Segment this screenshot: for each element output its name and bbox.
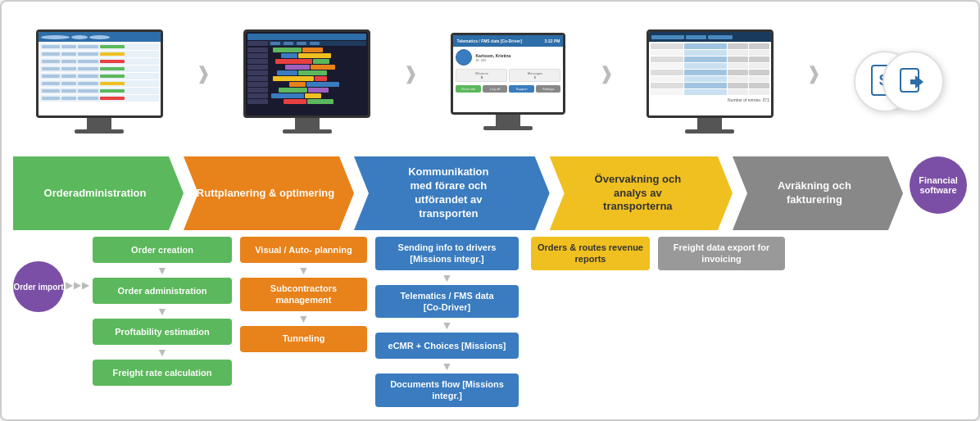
- arrow-label-yellow: Övervakning ochanalys avtransporterna: [595, 173, 681, 215]
- flow-label-profitability: Proftability estimation: [115, 326, 210, 337]
- screen-3: Telematics / FMS data [Co-Driver] 3:22 P…: [451, 33, 565, 130]
- report-row: [651, 63, 769, 69]
- flow-label-orders-routes: Orders & routes revenue reports: [538, 242, 643, 265]
- codriver-screen: Telematics / FMS data [Co-Driver] 3:22 P…: [453, 35, 563, 112]
- flow-label-subcontractors: Subcontractors management: [247, 283, 361, 306]
- report-row: [651, 76, 769, 82]
- codriver-header: Telematics / FMS data [Co-Driver] 3:22 P…: [453, 35, 563, 47]
- gantt-row: [247, 99, 366, 104]
- flow-label-order-creation: Order creation: [131, 244, 193, 256]
- process-arrow-orderadministration: Orderadministration: [13, 156, 184, 230]
- arrow-between-3-4: ❱: [599, 63, 614, 84]
- down-arrow-2a: ▼: [298, 265, 310, 276]
- table-row: [40, 43, 159, 50]
- report-row: [651, 83, 769, 88]
- screen4-header: [649, 32, 771, 42]
- flow-label-visual-auto: Visual / Auto- planning: [255, 244, 352, 256]
- screen4-content: Number of entries: 371: [649, 32, 771, 115]
- flow-box-visual-auto: Visual / Auto- planning: [240, 237, 367, 263]
- flow-label-tunneling: Tunneling: [283, 333, 325, 344]
- arrow-2: ▶: [74, 279, 81, 291]
- order-import-label: Order import: [13, 283, 63, 292]
- codriver-time: 3:22 PM: [545, 38, 560, 43]
- screen1-content: [39, 32, 161, 115]
- down-arrow-1a: ▼: [157, 265, 168, 276]
- arrow-between-4-fin: ❱: [806, 63, 821, 84]
- monitor-1: [36, 29, 163, 118]
- flow-column-4: Orders & routes revenue reports: [531, 237, 650, 270]
- flow-box-order-creation: Order creation: [93, 237, 232, 263]
- screen-2: [243, 29, 370, 134]
- bottom-flow-section: Order import ▶ ▶ ▶ Order creation ▼ Orde…: [13, 237, 967, 413]
- report-row: [651, 50, 769, 56]
- process-arrow-ruttplanering: Ruttplanering & optimering: [184, 156, 354, 230]
- process-arrow-kommunikation: Kommunikationmed förare ochutförandet av…: [354, 156, 550, 230]
- gantt-row: [247, 48, 366, 52]
- flow-box-freight-rate: Freight rate calculation: [93, 360, 232, 386]
- flow-box-tunneling: Tunneling: [240, 326, 367, 352]
- arrow-between-2-3: ❱: [403, 63, 418, 84]
- monitor-base-1: [75, 129, 124, 134]
- flow-label-documents-flow: Documents flow [Missions integr.]: [382, 378, 512, 402]
- down-arrow-3b: ▼: [442, 319, 453, 331]
- flow-label-freight-export: Freight data export for invoicing: [665, 242, 778, 265]
- flow-box-sending-info: Sending info to drivers [Missions integr…: [375, 237, 519, 270]
- monitor-4: Number of entries: 371: [647, 29, 774, 118]
- table-row: [40, 95, 159, 102]
- flow-box-subcontractors: Subcontractors management: [240, 278, 367, 311]
- top-section: ❱: [13, 10, 967, 153]
- monitor-3: Telematics / FMS data [Co-Driver] 3:22 P…: [451, 33, 565, 115]
- flow-box-freight-export: Freight data export for invoicing: [658, 237, 785, 270]
- arrow-export-icon-circle: [882, 51, 944, 112]
- screen2-content: [246, 32, 368, 115]
- gantt-row: [247, 76, 366, 81]
- import-flow-arrows: ▶ ▶ ▶: [66, 279, 89, 291]
- flow-column-5: Freight data export for invoicing: [658, 237, 785, 270]
- flow-box-telematics: Telematics / FMS data[Co-Driver]: [375, 285, 519, 319]
- table-row: [40, 66, 159, 72]
- codriver-body: Karlsson, Kristina ID: 435 Missions 3 Me…: [453, 47, 563, 112]
- monitor-stand-4: [697, 118, 722, 129]
- process-arrow-overvakning: Övervakning ochanalys avtransporterna: [550, 156, 733, 230]
- screen-1: [36, 29, 163, 134]
- flow-box-ecmr: eCMR + Choices [Missions]: [375, 333, 519, 359]
- monitor-base-3: [483, 126, 533, 130]
- monitor-stand-3: [496, 115, 520, 126]
- gantt-row: [247, 70, 366, 75]
- down-arrow-3c: ▼: [442, 360, 453, 372]
- down-arrow-2b: ▼: [298, 313, 310, 324]
- flow-label-freight-rate: Freight rate calculation: [112, 367, 211, 378]
- report-row: [651, 89, 769, 95]
- gantt-row: [247, 59, 366, 64]
- flow-label-order-administration: Order administration: [118, 285, 207, 297]
- flow-column-2: Visual / Auto- planning ▼ Subcontractors…: [240, 237, 367, 352]
- gantt-row: [247, 88, 366, 93]
- gantt-subheader: [247, 41, 366, 46]
- financial-software-icons: $: [854, 41, 944, 123]
- arrow-label-orange: Ruttplanering & optimering: [197, 187, 334, 201]
- arrow-between-1-2: ❱: [196, 63, 211, 84]
- monitor-stand-1: [87, 118, 111, 129]
- monitor-2: [243, 29, 370, 118]
- down-arrow-1b: ▼: [157, 306, 168, 317]
- table-row: [40, 58, 159, 65]
- gantt-row: [247, 82, 366, 87]
- flow-box-order-administration: Order administration: [93, 278, 232, 304]
- flow-box-documents-flow: Documents flow [Missions integr.]: [375, 373, 519, 407]
- export-arrow-icon: [899, 67, 928, 97]
- arrow-label-green: Orderadministration: [44, 187, 147, 201]
- arrow-label-blue: Kommunikationmed förare ochutförandet av…: [408, 165, 488, 221]
- codriver-title: Telematics / FMS data [Co-Driver]: [456, 38, 521, 43]
- flow-column-3: Sending info to drivers [Missions integr…: [375, 237, 519, 407]
- monitor-base-2: [283, 129, 332, 134]
- flow-box-orders-routes: Orders & routes revenue reports: [531, 237, 650, 270]
- flow-label-sending-info: Sending info to drivers [Missions integr…: [382, 242, 512, 265]
- main-container: ❱: [0, 0, 980, 421]
- report-row: [651, 43, 769, 49]
- gantt-row: [247, 53, 366, 58]
- table-row: [40, 80, 159, 87]
- process-arrow-avrakning: Avräkning ochfakturering: [733, 156, 903, 230]
- order-import-circle: Order import: [13, 261, 64, 312]
- monitor-stand-2: [295, 118, 320, 129]
- down-arrow-3a: ▼: [442, 272, 453, 283]
